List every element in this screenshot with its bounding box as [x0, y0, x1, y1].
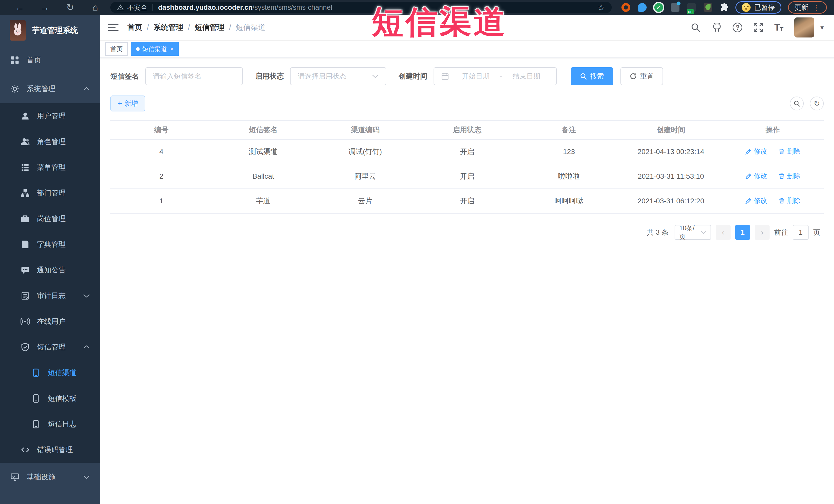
- delete-link[interactable]: 删除: [778, 147, 800, 156]
- status-placeholder: 请选择启用状态: [298, 72, 346, 81]
- edit-link[interactable]: 修改: [745, 196, 767, 205]
- current-page[interactable]: 1: [735, 225, 750, 240]
- sidebar-item-sms-log[interactable]: 短信日志: [0, 411, 100, 437]
- search-button-label: 搜索: [590, 72, 604, 81]
- browser-menu-kebab-icon[interactable]: ⋮: [812, 3, 820, 12]
- sidebar-item-depts[interactable]: 部门管理: [0, 180, 100, 206]
- breadcrumb-home[interactable]: 首页: [127, 22, 142, 32]
- sign-input[interactable]: [153, 72, 235, 80]
- help-icon[interactable]: ?: [732, 23, 742, 32]
- sidebar-item-system[interactable]: 系统管理: [0, 74, 100, 103]
- sidebar-item-notice[interactable]: 通知公告: [0, 257, 100, 283]
- url-host[interactable]: dashboard.yudao.iocoder.cn: [158, 4, 253, 12]
- browser-reload-icon[interactable]: ↻: [61, 2, 79, 13]
- sidebar-item-label: 角色管理: [37, 137, 66, 147]
- extensions-row: ✓ on: [621, 3, 729, 12]
- breadcrumb-current: 短信渠道: [236, 22, 265, 32]
- breadcrumb-separator: /: [147, 23, 149, 32]
- collapse-sidebar-icon[interactable]: [108, 23, 118, 32]
- browser-update-chip[interactable]: 更新 ⋮: [788, 1, 827, 14]
- security-label[interactable]: 不安全: [127, 3, 147, 12]
- message-icon: [21, 265, 30, 275]
- url-path[interactable]: /system/sms/sms-channel: [253, 4, 332, 12]
- sidebar-item-sms-management[interactable]: 短信管理: [0, 334, 100, 360]
- cell-created: 2021-03-31 11:53:10: [620, 164, 722, 189]
- sidebar-item-sms-template[interactable]: 短信模板: [0, 386, 100, 411]
- delete-link[interactable]: 删除: [778, 172, 800, 180]
- sidebar-item-infrastructure[interactable]: 基础设施: [0, 463, 100, 491]
- reset-button[interactable]: 重置: [620, 67, 663, 85]
- page-size-value: 10条/页: [679, 224, 697, 241]
- sidebar-logo[interactable]: 芋道管理系统: [0, 15, 100, 46]
- address-bar[interactable]: 不安全 dashboard.yudao.iocoder.cn /system/s…: [110, 2, 612, 13]
- trash-icon: [778, 173, 785, 179]
- sidebar-item-label: 审计日志: [37, 291, 66, 301]
- github-icon[interactable]: [711, 22, 722, 32]
- tab-sms-channel[interactable]: 短信渠道 ×: [131, 42, 179, 56]
- avatar[interactable]: [794, 18, 814, 38]
- page-size-select[interactable]: 10条/页: [675, 225, 711, 240]
- question-glyph: ?: [736, 24, 740, 31]
- tab-close-icon[interactable]: ×: [170, 45, 174, 52]
- dashboard-icon: [10, 56, 20, 65]
- sidebar-item-menus[interactable]: 菜单管理: [0, 155, 100, 180]
- bookmark-star-icon[interactable]: ☆: [597, 2, 605, 13]
- breadcrumb-sms[interactable]: 短信管理: [195, 22, 224, 32]
- toggle-search-button[interactable]: [790, 96, 804, 110]
- font-size-icon[interactable]: TT: [774, 23, 783, 32]
- sidebar-item-label: 部门管理: [37, 188, 66, 198]
- col-created: 创建时间: [620, 120, 722, 139]
- prev-page-button[interactable]: ‹: [716, 225, 730, 240]
- sidebar-item-home[interactable]: 首页: [0, 46, 100, 74]
- edit-link[interactable]: 修改: [745, 172, 767, 180]
- status-select[interactable]: 请选择启用状态: [290, 67, 386, 85]
- extension-pin-icon[interactable]: [638, 3, 646, 12]
- tab-home[interactable]: 首页: [105, 42, 128, 56]
- col-status: 启用状态: [416, 120, 518, 139]
- start-date-placeholder[interactable]: 开始日期: [453, 72, 499, 81]
- font-small-glyph: T: [780, 26, 783, 32]
- fullscreen-icon[interactable]: [753, 22, 763, 32]
- extension-proxy-icon[interactable]: on: [687, 3, 696, 12]
- sidebar-item-audit-log[interactable]: 审计日志: [0, 283, 100, 309]
- cell-created: 2021-03-31 06:12:20: [620, 189, 722, 213]
- monitor-icon: [10, 473, 20, 482]
- browser-back-icon[interactable]: ←: [11, 2, 29, 13]
- sidebar-item-label: 首页: [27, 55, 41, 65]
- edit-link[interactable]: 修改: [745, 147, 767, 156]
- date-range-picker[interactable]: 开始日期 - 结束日期: [434, 67, 557, 85]
- col-sign: 短信签名: [212, 120, 314, 139]
- next-page-button[interactable]: ›: [755, 225, 770, 240]
- breadcrumb-separator: /: [229, 23, 231, 32]
- sidebar-item-users[interactable]: 用户管理: [0, 103, 100, 129]
- sidebar-item-posts[interactable]: 岗位管理: [0, 206, 100, 232]
- page-content: 短信签名 启用状态 请选择启用状态 创建时间 开始日期 - 结束日期: [100, 58, 834, 504]
- add-button[interactable]: + 新增: [110, 95, 145, 111]
- avatar-caret-icon[interactable]: ▾: [820, 24, 824, 31]
- check-icon: ✓: [656, 4, 661, 11]
- extension-sprout-icon[interactable]: [704, 3, 712, 12]
- sidebar-item-online-users[interactable]: 在线用户: [0, 309, 100, 334]
- breadcrumb-system[interactable]: 系统管理: [154, 22, 183, 32]
- search-button[interactable]: 搜索: [571, 67, 613, 85]
- delete-label: 删除: [787, 196, 800, 205]
- extensions-puzzle-icon[interactable]: [720, 3, 729, 12]
- goto-page-input[interactable]: [793, 225, 809, 240]
- sidebar-item-error-code[interactable]: 错误码管理: [0, 437, 100, 463]
- browser-home-icon[interactable]: ⌂: [86, 2, 104, 13]
- extension-gray-icon[interactable]: [671, 3, 679, 12]
- extension-check-icon[interactable]: ✓: [654, 3, 663, 12]
- chevron-down-icon: [83, 294, 90, 298]
- sidebar-item-roles[interactable]: 角色管理: [0, 129, 100, 155]
- browser-forward-icon[interactable]: →: [36, 2, 54, 13]
- delete-link[interactable]: 删除: [778, 196, 800, 205]
- search-icon: [580, 73, 587, 80]
- profile-paused-chip[interactable]: 已暂停: [736, 1, 782, 14]
- end-date-placeholder[interactable]: 结束日期: [504, 72, 549, 81]
- header-search-icon[interactable]: [690, 22, 701, 32]
- sidebar-item-dict[interactable]: 字典管理: [0, 232, 100, 257]
- sidebar-item-sms-channel[interactable]: 短信渠道: [0, 360, 100, 386]
- table-toolbar: + 新增 ↻: [110, 95, 824, 111]
- refresh-table-button[interactable]: ↻: [810, 96, 824, 110]
- extension-orange-icon[interactable]: [621, 3, 630, 12]
